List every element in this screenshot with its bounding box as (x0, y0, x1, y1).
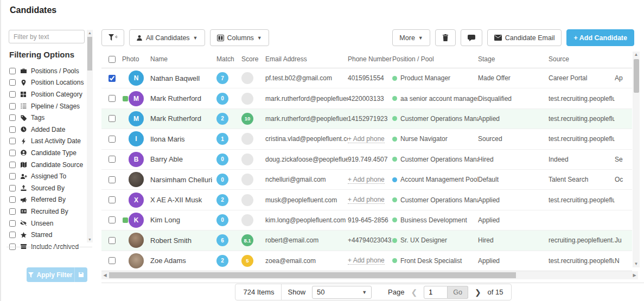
candidate-name[interactable]: Narsimham Chelluri (150, 176, 216, 184)
candidate-name[interactable]: Mark Rutherford (150, 114, 216, 123)
sidebar-item-position-category[interactable]: Position Category (9, 88, 88, 100)
sidebar-item-recruited-by[interactable]: Recruited By (9, 206, 88, 217)
scroll-right-icon[interactable]: ▶ (631, 273, 638, 278)
match-badge[interactable]: 7 (216, 72, 228, 84)
avatar[interactable]: B (129, 152, 144, 167)
table-horizontal-scrollbar[interactable]: ◀ ▶ (101, 271, 638, 279)
position-pool[interactable]: Nurse Navigator (400, 135, 448, 143)
starred-checkbox[interactable] (9, 232, 16, 238)
add-phone-link[interactable]: + Add phone (348, 176, 385, 184)
candidate-name[interactable]: Zoe Adams (150, 257, 216, 265)
avatar[interactable]: K (129, 213, 144, 228)
save-filter-button[interactable] (74, 267, 87, 282)
candidate-email[interactable]: pf.test.b02@gmail.com (265, 74, 348, 82)
column-header-score[interactable]: Score (241, 55, 265, 63)
vertical-scrollbar-thumb[interactable] (634, 59, 639, 93)
position-pool[interactable]: Customer Operations Manager (400, 115, 478, 123)
add-phone-link[interactable]: + Add phone (348, 136, 385, 143)
positions-pools-checkbox[interactable] (9, 68, 16, 74)
candidate-type-checkbox[interactable] (9, 150, 16, 156)
sidebar-item-starred[interactable]: Starred (9, 229, 88, 241)
table-row[interactable]: N Nathan Baqwell 7 pf.test.b02@gmail.com… (101, 68, 632, 88)
scroll-up-icon[interactable]: ▲ (633, 52, 640, 58)
referred-by-checkbox[interactable] (9, 196, 16, 203)
candidate-name[interactable]: Robert Smith (150, 236, 216, 245)
sidebar-item-candidate-type[interactable]: Candidate Type (9, 147, 88, 159)
column-header-phone[interactable]: Phone Number (348, 55, 392, 63)
table-row[interactable]: I Ilona Maris 1 cristina.vlad@peopleflue… (101, 129, 632, 149)
score-badge[interactable] (241, 133, 253, 145)
avatar[interactable]: M (129, 111, 144, 126)
match-badge[interactable]: 6 (216, 234, 228, 246)
position-pool[interactable]: Customer Operations Manager (400, 196, 478, 204)
score-badge[interactable]: 5 (241, 255, 253, 267)
sidebar-item-candidate-source[interactable]: Candidate Source (9, 159, 88, 171)
column-header-pool[interactable]: Position / Pool (392, 55, 478, 63)
match-badge[interactable]: 0 (216, 174, 228, 185)
table-row[interactable]: M Mark Rutherford 2 10 mark.rutherford@p… (101, 109, 632, 129)
columns-dropdown[interactable]: Columns▼ (210, 29, 269, 46)
match-badge[interactable]: 0 (216, 214, 228, 226)
position-pool[interactable]: Customer Operations Manager (400, 156, 478, 163)
table-row[interactable]: Zoe Adams 2 5 zoea@email.com + Add phone… (101, 251, 632, 271)
next-page-icon[interactable]: ❯ (475, 288, 481, 297)
avatar[interactable]: M (129, 91, 144, 106)
row-checkbox[interactable] (109, 156, 116, 163)
candidate-name[interactable]: X AE A-XII Musk (150, 196, 216, 204)
scroll-down-icon[interactable]: ▼ (633, 261, 640, 267)
row-checkbox[interactable] (109, 95, 116, 102)
score-badge[interactable] (241, 174, 253, 185)
candidate-email[interactable]: mark.rutherford@peoplefluen... (265, 95, 348, 103)
horizontal-scrollbar-thumb[interactable] (109, 272, 516, 278)
position-locations-checkbox[interactable] (9, 79, 16, 86)
match-badge[interactable]: 2 (216, 113, 228, 125)
row-checkbox[interactable] (109, 237, 116, 244)
last-activity-date-checkbox[interactable] (9, 138, 16, 144)
add-candidate-button[interactable]: + Add Candidate (566, 29, 634, 46)
select-all-checkbox[interactable] (109, 56, 116, 63)
row-checkbox[interactable] (109, 176, 116, 183)
avatar[interactable]: X (129, 193, 144, 208)
candidate-name[interactable]: Barry Able (150, 155, 216, 163)
unseen-checkbox[interactable] (9, 220, 16, 227)
table-row[interactable]: B Barry Able 0 doug.zickafoose@peopleflu… (101, 150, 632, 170)
sidebar-item-last-activity-date[interactable]: Last Activity Date (9, 136, 88, 148)
avatar-photo[interactable] (129, 233, 144, 248)
row-checkbox[interactable] (109, 257, 116, 264)
sidebar-item-pipeline-stages[interactable]: Pipeline / Stages (9, 100, 88, 112)
candidate-email[interactable]: mark.rutherford@peoplefluen... (265, 115, 348, 123)
position-pool[interactable]: aa senior account manager (400, 95, 478, 103)
position-pool[interactable]: Sr. UX Designer (400, 236, 447, 244)
candidate-email-button[interactable]: Candidate Email (487, 29, 562, 46)
recruited-by-checkbox[interactable] (9, 208, 16, 215)
tags-checkbox[interactable] (9, 114, 16, 121)
table-row[interactable]: K Kim Long 0 kim.long@peoplefluent.com 9… (101, 210, 632, 230)
added-date-checkbox[interactable] (9, 126, 16, 133)
score-badge[interactable] (241, 93, 253, 105)
assigned-to-checkbox[interactable] (9, 173, 16, 180)
table-row[interactable]: X X AE A-XII Musk 2 musk@peoplefluent.co… (101, 190, 632, 210)
delete-button[interactable] (435, 29, 456, 46)
column-header-match[interactable]: Match (216, 55, 241, 63)
position-pool[interactable]: Business Development (400, 216, 467, 224)
sidebar-item-positions-pools[interactable]: Positions / Pools (9, 65, 88, 77)
page-number-input[interactable] (424, 286, 448, 299)
more-dropdown[interactable]: More▼ (392, 29, 430, 46)
table-row[interactable]: Robert Smith 6 8.1 robert@email.com +447… (101, 230, 632, 251)
score-badge[interactable] (241, 153, 253, 165)
position-pool[interactable]: Product Manager (400, 74, 450, 82)
avatar-photo[interactable] (129, 253, 144, 268)
candidate-email[interactable]: cristina.vlad@peoplefluent.co... (265, 135, 348, 143)
score-badge[interactable] (241, 194, 253, 206)
row-checkbox[interactable] (109, 196, 116, 203)
candidate-source-checkbox[interactable] (9, 162, 16, 168)
table-row[interactable]: Narsimham Chelluri 0 nchelluri@gmail.com… (101, 170, 632, 190)
sidebar-item-position-locations[interactable]: Position Locations (9, 77, 88, 89)
avatar[interactable]: I (129, 131, 144, 146)
column-header-name[interactable]: Name (150, 55, 216, 63)
view-selector-dropdown[interactable]: All Candidates▼ (129, 29, 205, 46)
match-badge[interactable]: 2 (216, 255, 228, 267)
column-header-email[interactable]: Email Address (265, 55, 348, 63)
position-pool[interactable]: Account Management Pool (400, 176, 478, 183)
candidate-email[interactable]: robert@email.com (265, 236, 348, 244)
